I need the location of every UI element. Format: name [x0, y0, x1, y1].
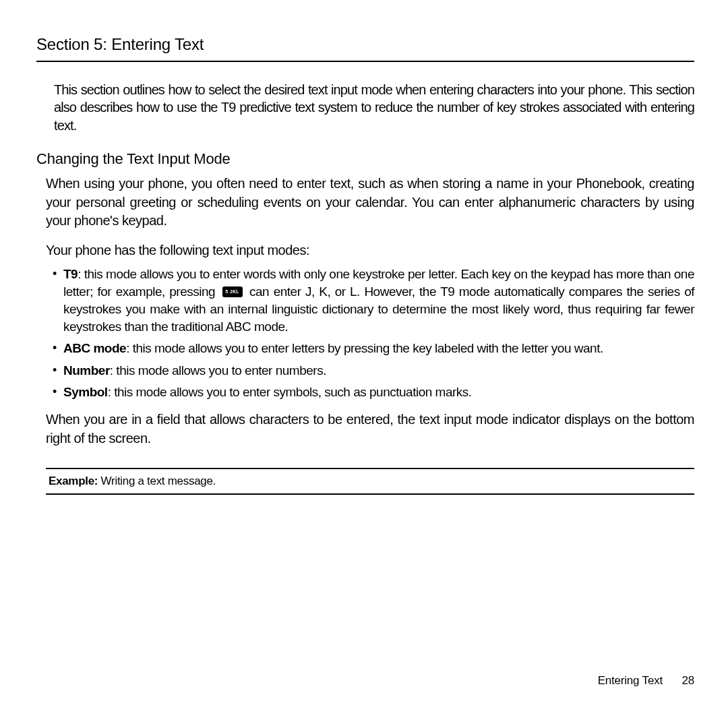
- mode-desc-abc: : this mode allows you to enter letters …: [126, 341, 603, 355]
- page-number: 28: [681, 674, 694, 687]
- title-rule: [36, 61, 694, 62]
- list-item: Number: this mode allows you to enter nu…: [50, 362, 694, 380]
- key-5jkl-icon: [222, 286, 243, 297]
- para-intro-2: Your phone has the following text input …: [46, 241, 694, 260]
- footer-title: Entering Text: [598, 674, 663, 687]
- list-item: T9: this mode allows you to enter words …: [50, 266, 694, 336]
- mode-desc-number: : this mode allows you to enter numbers.: [110, 363, 326, 377]
- example-text: Writing a text message.: [98, 475, 216, 487]
- page-footer: Entering Text 28: [598, 674, 694, 688]
- lead-paragraph: This section outlines how to select the …: [54, 81, 694, 134]
- mode-desc-symbol: : this mode allows you to enter symbols,…: [108, 385, 472, 399]
- mode-name-abc: ABC mode: [63, 341, 126, 355]
- example-box: Example: Writing a text message.: [46, 468, 694, 495]
- mode-name-t9: T9: [63, 267, 78, 281]
- para-indicator: When you are in a field that allows char…: [46, 411, 694, 448]
- list-item: ABC mode: this mode allows you to enter …: [50, 340, 694, 357]
- example-label: Example:: [49, 475, 98, 487]
- section-title: Section 5: Entering Text: [36, 35, 694, 54]
- mode-name-symbol: Symbol: [63, 385, 108, 399]
- input-modes-list: T9: this mode allows you to enter words …: [50, 266, 694, 402]
- para-intro-1: When using your phone, you often need to…: [46, 175, 694, 231]
- subhead-changing-mode: Changing the Text Input Mode: [36, 150, 694, 168]
- mode-name-number: Number: [63, 363, 110, 377]
- list-item: Symbol: this mode allows you to enter sy…: [50, 384, 694, 401]
